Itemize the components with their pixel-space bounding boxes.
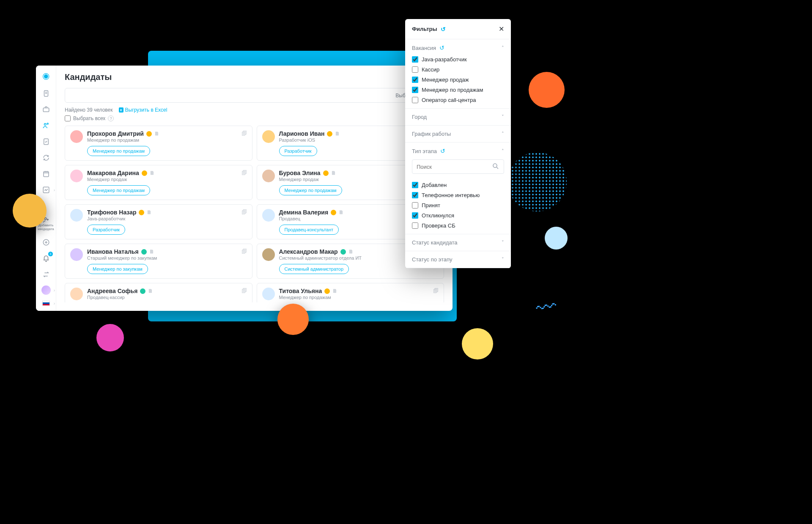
filter-checkbox-input[interactable] (412, 202, 418, 209)
candidate-tag[interactable]: Менеджер по закупкам (87, 264, 148, 274)
candidate-avatar (70, 248, 83, 261)
filter-checkbox-input[interactable] (412, 56, 418, 63)
search-icon[interactable] (492, 162, 499, 171)
filter-checkbox[interactable]: Оператор call-центра (412, 97, 504, 103)
candidate-card[interactable]: Андреева Софья 🗎 Продавец-кассир Продаве… (65, 283, 252, 302)
candidate-card[interactable]: Прохоров Дмитрий 🗎 Менеджер по продажам … (65, 126, 252, 161)
status-badge-icon (142, 170, 147, 176)
svg-point-9 (493, 164, 497, 167)
nav-briefcase-icon[interactable] (41, 104, 51, 115)
filter-section-head[interactable]: Статус по этапу˅ (405, 251, 511, 268)
reset-icon[interactable]: ↺ (441, 26, 446, 33)
status-badge-icon (340, 249, 346, 255)
filter-checkbox-input[interactable] (412, 182, 418, 188)
candidate-card[interactable]: Иванова Наталья 🗎 Старший менеджер по за… (65, 244, 252, 279)
candidate-tag[interactable]: Менеджер по продажам (279, 185, 342, 195)
card-menu-icon[interactable]: 🗐 (241, 130, 247, 137)
nav-page-icon[interactable] (41, 137, 51, 147)
filter-checkbox-input[interactable] (412, 192, 418, 198)
search-bar[interactable]: Выбор˅ Выбор (65, 88, 444, 103)
filter-section-city: Город˅ (405, 109, 511, 126)
doc-icon: 🗎 (147, 209, 152, 215)
status-badge-icon (324, 288, 330, 294)
candidate-tag[interactable]: Разработчик (279, 146, 317, 156)
filter-checkbox-input[interactable] (412, 87, 418, 93)
user-avatar[interactable] (41, 285, 51, 295)
export-excel-button[interactable]: xВыгрузить в Excel (119, 107, 167, 113)
chevron-down-icon: ˅ (502, 114, 504, 120)
select-all-checkbox[interactable]: Выбрать всех ? (65, 115, 444, 121)
card-menu-icon[interactable]: 🗐 (241, 288, 247, 294)
filter-checkbox[interactable]: Менеджер продаж (412, 77, 504, 83)
filter-section-head[interactable]: Тип этапа↺˄ (405, 143, 511, 159)
card-menu-icon[interactable]: 🗐 (241, 170, 247, 176)
card-menu-icon[interactable]: 🗐 (241, 248, 247, 255)
nav-candidates-icon[interactable] (41, 121, 51, 131)
filter-checkbox[interactable]: Менеджер по продажам (412, 87, 504, 93)
card-menu-icon[interactable]: 🗐 (241, 209, 247, 215)
reset-icon[interactable]: ↺ (440, 148, 445, 154)
filter-section-head[interactable]: Статус кандидата˅ (405, 234, 511, 251)
candidate-avatar (262, 248, 275, 261)
candidate-tag[interactable]: Менеджер по продажам (87, 146, 150, 156)
candidate-avatar (262, 130, 275, 143)
doc-icon: 🗎 (339, 209, 344, 215)
filter-checkbox-input[interactable] (412, 77, 418, 83)
doc-icon: 🗎 (149, 249, 154, 255)
candidate-tag[interactable]: Продавец-консультант (279, 225, 339, 235)
nav-calendar-icon[interactable] (41, 169, 51, 179)
candidate-tag[interactable]: Менеджер по продажам (87, 185, 150, 195)
filter-section-head[interactable]: График работы˄ (405, 126, 511, 142)
svg-point-3 (47, 123, 48, 124)
candidate-card[interactable]: Титова Ульяна 🗎 Менеджер по продажам Мен… (257, 283, 444, 302)
status-badge-icon (140, 288, 145, 294)
candidate-avatar (262, 288, 275, 300)
close-icon[interactable]: ✕ (499, 25, 504, 33)
filter-checkbox-input[interactable] (412, 97, 418, 103)
nav-bell-icon[interactable]: 3 (41, 253, 51, 263)
language-flag-ru[interactable] (42, 301, 50, 306)
nav-docs-icon[interactable] (41, 88, 51, 99)
candidate-card[interactable]: Макарова Дарина 🗎 Менеджер продаж Менедж… (65, 165, 252, 200)
nav-analytics-icon[interactable] (41, 185, 51, 195)
decorative-avatar (13, 194, 47, 228)
nav-transfer-icon[interactable] (41, 269, 51, 280)
decorative-scribble: 〰 (535, 294, 559, 321)
candidate-role: Менеджер по продажам (87, 137, 247, 143)
filter-checkbox[interactable]: Добавлен (412, 182, 504, 188)
reset-icon[interactable]: ↺ (439, 44, 444, 51)
filter-title: Фильтры (412, 26, 437, 32)
card-menu-icon[interactable]: 🗐 (433, 288, 439, 294)
select-all-input[interactable] (65, 115, 71, 121)
status-badge-icon (141, 249, 147, 255)
filter-checkbox[interactable]: Телефонное интервью (412, 192, 504, 198)
chevron-right-icon: › (54, 288, 55, 293)
decorative-blob (508, 152, 567, 211)
candidate-tag[interactable]: Системный администратор (279, 264, 349, 274)
stage-search-input[interactable] (417, 164, 492, 170)
chevron-right-icon: › (54, 301, 55, 306)
logo-icon[interactable]: ◉ (42, 71, 49, 81)
status-badge-icon (146, 131, 152, 137)
filter-checkbox[interactable]: Принят (412, 202, 504, 209)
filter-checkbox-input[interactable] (412, 212, 418, 219)
doc-icon: 🗎 (332, 288, 337, 294)
nav-refresh-icon[interactable] (41, 153, 51, 163)
doc-icon: 🗎 (331, 170, 336, 176)
candidate-tag[interactable]: Разработчик (87, 225, 125, 235)
help-icon[interactable]: ? (108, 115, 114, 121)
filter-checkbox-input[interactable] (412, 66, 418, 73)
filter-checkbox[interactable]: Кассир (412, 66, 504, 73)
candidate-avatar (70, 209, 83, 222)
candidate-name: Трифонов Назар 🗎 (87, 209, 247, 216)
filter-checkbox[interactable]: Java-разработчик (412, 56, 504, 63)
filter-checkbox-input[interactable] (412, 222, 418, 229)
meta-row: Найдено 39 человек xВыгрузить в Excel (65, 107, 444, 113)
filter-section-head[interactable]: Город˅ (405, 109, 511, 125)
filter-checkbox[interactable]: Откликнулся (412, 212, 504, 219)
filter-checkbox[interactable]: Проверка СБ (412, 222, 504, 229)
nav-plus-icon[interactable] (41, 237, 51, 247)
candidate-card[interactable]: Трифонов Назар 🗎 Java-разработчик Разраб… (65, 204, 252, 239)
app-window: ◉ › Добавить кандидата 3 › › Кандидаты В… (36, 66, 453, 311)
filter-section-head[interactable]: Вакансия↺˄ (405, 39, 511, 56)
